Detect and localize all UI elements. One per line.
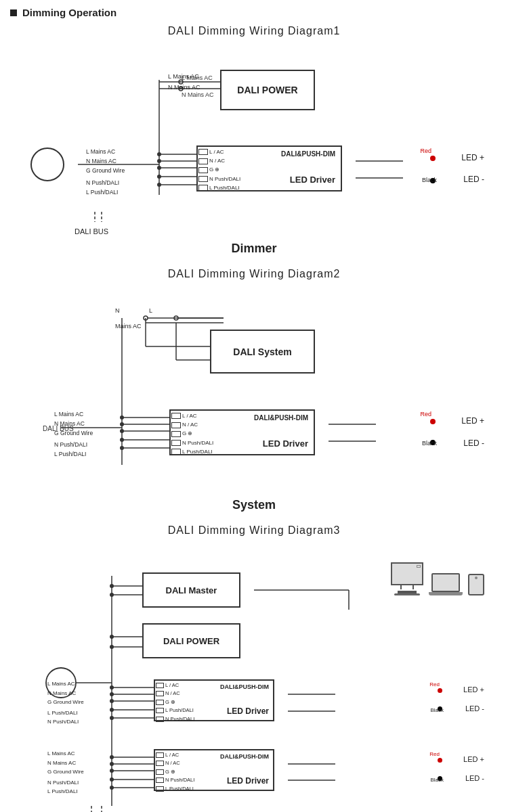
pc-icons <box>391 562 484 595</box>
diagram2-caption: System <box>10 498 498 512</box>
driver-main-label-1: LED Driver <box>290 175 335 185</box>
red-label-1: Red <box>420 148 431 154</box>
driver-main-label-2: LED Driver <box>263 438 308 449</box>
svg-point-73 <box>110 584 114 588</box>
dali-power-box-3: DALI POWER <box>142 623 240 658</box>
dimmer-circle-1 <box>30 148 64 181</box>
svg-point-50 <box>120 446 124 450</box>
svg-point-48 <box>120 429 124 433</box>
dali-master-box-3: DALI Master <box>142 572 240 608</box>
driver-a-terminals: L / AC N / AC G ⊕ L Push/DALI N Push/DAL… <box>156 681 194 723</box>
red-dot-3a <box>438 688 442 693</box>
monitor-screen <box>391 562 423 585</box>
led-plus-1: LED + <box>461 153 484 162</box>
red-label-3a: Red <box>429 681 440 687</box>
black-label-3b: Black <box>430 777 444 783</box>
svg-point-17 <box>157 166 161 170</box>
black-label-3a: Black <box>430 707 444 713</box>
diagram3-title: DALI Dimming Wiring Diagram3 <box>10 524 498 537</box>
section-title: Dimming Operation <box>22 7 117 18</box>
diagram2-container: DALI Dimming Wiring Diagram2 DALI BUS <box>10 268 498 512</box>
driver-terminals-2: L / AC N / AC G ⊕ N Push/DALI L Push/DAL… <box>171 411 213 456</box>
svg-point-18 <box>157 175 161 179</box>
led-minus-3a: LED - <box>465 704 484 713</box>
black-label-2: Black <box>422 440 437 447</box>
driver-input-labels-2: L Mains AC N Mains AC G Ground Wire N Pu… <box>54 409 93 459</box>
svg-point-84 <box>110 769 114 773</box>
monitor-icon <box>391 562 423 595</box>
led-plus-2: LED + <box>461 416 484 426</box>
red-dot-3b <box>438 758 442 763</box>
diagram3-container: DALI Dimming Wiring Diagram3 <box>10 524 498 812</box>
led-plus-3a: LED + <box>463 685 484 694</box>
svg-point-80 <box>110 708 114 712</box>
led-minus-2: LED - <box>463 438 484 448</box>
led-plus-3b: LED + <box>463 755 484 763</box>
svg-point-49 <box>120 438 124 442</box>
svg-point-85 <box>110 777 114 782</box>
svg-point-47 <box>120 422 124 426</box>
mains-l-2: L <box>149 307 152 314</box>
driver-a-main-label: LED Driver <box>227 706 269 716</box>
driver-b-top-label: DALI&PUSH-DIM <box>220 753 269 760</box>
mains-n-2: N <box>115 307 120 314</box>
mains-labels-1: L Mains AC N Mains AC <box>168 71 200 93</box>
driver-b-main-label: LED Driver <box>227 776 269 786</box>
dali-system-box-2: DALI System <box>210 330 315 374</box>
diagram1-title: DALI Dimming Wiring Diagram1 <box>10 25 498 37</box>
diagram2-title: DALI Dimming Wiring Diagram2 <box>10 268 498 280</box>
svg-point-81 <box>110 716 114 720</box>
monitor-stand-base <box>394 593 420 595</box>
tablet-icon <box>468 574 484 595</box>
diagram1-caption: Dimmer <box>10 242 498 256</box>
red-dot-2 <box>430 419 436 424</box>
diagram1: L Mains AC N Mains AC <box>10 43 498 239</box>
laptop-base <box>429 592 463 595</box>
laptop-icon-wrap <box>429 573 463 595</box>
diagram2: DALI BUS N <box>10 286 498 495</box>
driver-input-labels-1: L Mains AC N Mains AC G Ground Wire N Pu… <box>86 147 125 197</box>
driver-a-input-labels: L Mains AC N Mains AC G Ground Wire L Pu… <box>47 679 84 727</box>
svg-point-77 <box>110 685 114 690</box>
black-label-1: Black <box>422 177 437 183</box>
driver-terminals-1: L / AC N / AC G ⊕ N Push/DALI L Push/DAL… <box>198 148 240 192</box>
section-header: Dimming Operation <box>10 7 498 18</box>
diagram2-wiring: DALI BUS <box>10 286 498 495</box>
svg-point-15 <box>157 152 161 156</box>
svg-point-78 <box>110 692 114 696</box>
red-label-2: Red <box>420 411 431 418</box>
driver-top-label-1: DALI&PUSH-DIM <box>281 150 335 158</box>
led-minus-3b: LED - <box>465 774 484 782</box>
red-dot-1 <box>430 156 436 161</box>
diagram1-container: DALI Dimming Wiring Diagram1 L Mains AC … <box>10 25 498 256</box>
svg-point-46 <box>120 415 124 420</box>
svg-point-83 <box>110 762 114 766</box>
driver-b-terminals: L / AC N / AC G ⊕ N Push/DALI L Push/DAL… <box>156 751 194 793</box>
svg-point-82 <box>110 755 114 759</box>
dali-bus-1: DALI BUS <box>75 227 108 235</box>
bullet-icon <box>10 9 17 16</box>
svg-point-76 <box>110 645 114 649</box>
driver-b-input-labels: L Mains AC N Mains AC G Ground Wire N Pu… <box>47 749 84 796</box>
red-label-3b: Red <box>429 751 440 757</box>
led-minus-1: LED - <box>463 175 484 184</box>
svg-point-16 <box>157 159 161 163</box>
svg-point-79 <box>110 699 114 703</box>
svg-point-86 <box>110 786 114 790</box>
svg-point-19 <box>157 183 161 187</box>
mains-ac-2: Mains AC <box>115 323 142 330</box>
svg-point-75 <box>110 635 114 639</box>
driver-top-label-2: DALI&PUSH-DIM <box>254 414 308 422</box>
diagram3: DALI Master DALI POWER <box>10 542 498 812</box>
dali-power-box-1: DALI POWER <box>220 70 315 110</box>
svg-point-74 <box>110 593 114 597</box>
driver-a-top-label: DALI&PUSH-DIM <box>220 683 269 690</box>
laptop-screen <box>431 573 460 592</box>
